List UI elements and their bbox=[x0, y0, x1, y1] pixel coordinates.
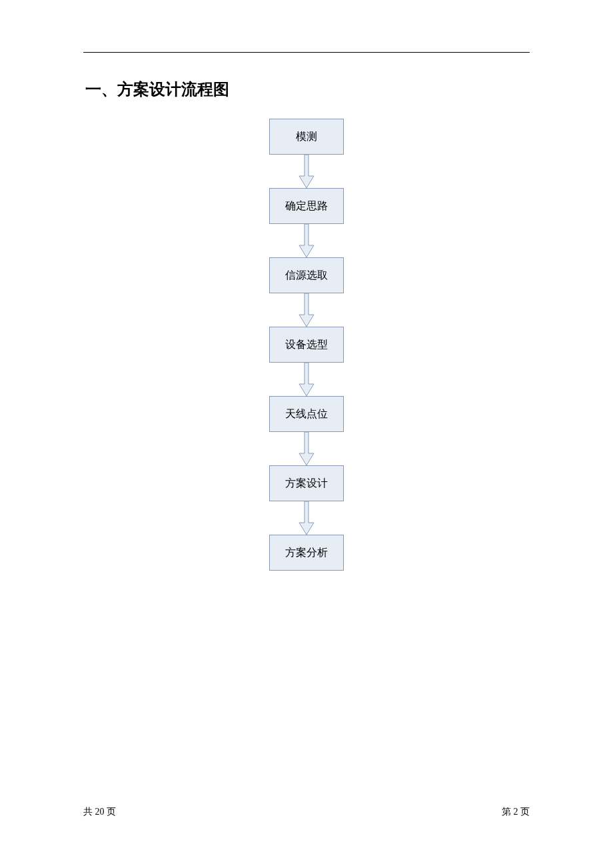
arrow-down-icon bbox=[298, 293, 315, 327]
footer-current-page: 第 2 页 bbox=[502, 806, 530, 818]
flow-step-7: 方案分析 bbox=[269, 535, 344, 571]
arrow-down-icon bbox=[298, 224, 315, 257]
flowchart-container: 模测 确定思路 信源选取 设备选型 天线点位 方案设计 方案分析 bbox=[0, 119, 613, 571]
flow-step-2: 确定思路 bbox=[269, 188, 344, 224]
flow-step-6-label: 方案设计 bbox=[285, 477, 328, 491]
flow-step-3: 信源选取 bbox=[269, 257, 344, 293]
flow-step-7-label: 方案分析 bbox=[285, 546, 328, 560]
section-heading: 一、方案设计流程图 bbox=[85, 79, 229, 100]
flow-step-6: 方案设计 bbox=[269, 465, 344, 501]
flow-step-2-label: 确定思路 bbox=[285, 199, 328, 213]
flow-step-1-label: 模测 bbox=[296, 130, 317, 144]
arrow-down-icon bbox=[298, 155, 315, 188]
header-rule bbox=[83, 52, 530, 53]
footer-total-pages: 共 20 页 bbox=[83, 806, 116, 818]
flow-step-5-label: 天线点位 bbox=[285, 407, 328, 421]
flow-step-1: 模测 bbox=[269, 119, 344, 155]
flow-step-5: 天线点位 bbox=[269, 396, 344, 432]
arrow-down-icon bbox=[298, 432, 315, 465]
flow-step-4-label: 设备选型 bbox=[285, 338, 328, 352]
flow-step-4: 设备选型 bbox=[269, 327, 344, 363]
arrow-down-icon bbox=[298, 363, 315, 396]
flow-step-3-label: 信源选取 bbox=[285, 269, 328, 283]
arrow-down-icon bbox=[298, 501, 315, 535]
